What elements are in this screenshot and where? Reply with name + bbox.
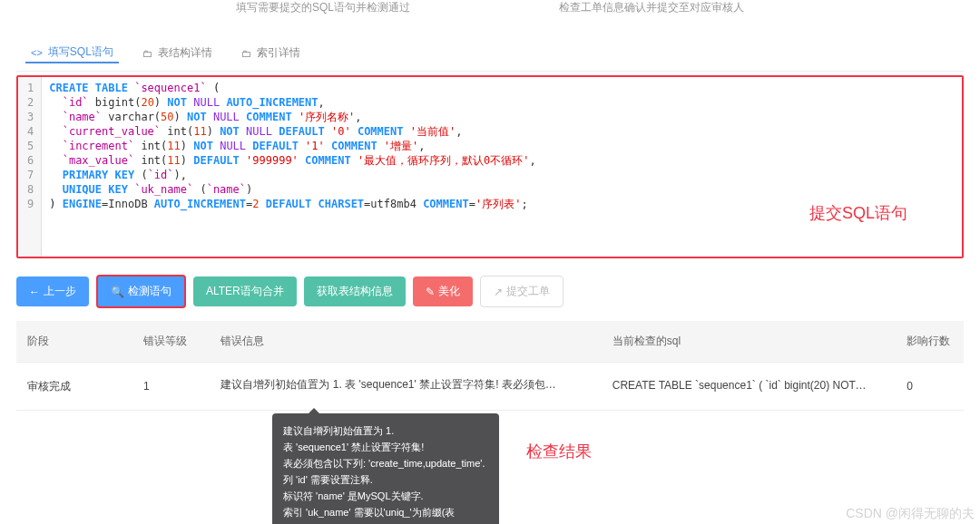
sql-editor-highlight: 123456789 CREATE TABLE `sequence1` ( `id… xyxy=(16,75,964,258)
alter-merge-button[interactable]: ALTER语句合并 xyxy=(193,277,297,306)
check-sql-button[interactable]: 🔍 检测语句 xyxy=(96,275,186,308)
annotation-submit-sql: 提交SQL语句 xyxy=(809,202,907,224)
th-stage: 阶段 xyxy=(16,321,132,363)
send-icon: ↗ xyxy=(494,286,503,298)
step-1: 填写需要提交的SQL语句并检测通过 xyxy=(236,0,410,15)
arrow-left-icon: ← xyxy=(29,286,40,298)
table-row[interactable]: 审核完成 1 建议自增列初始值置为 1. 表 'sequence1' 禁止设置字… xyxy=(16,363,964,411)
cell-level: 1 xyxy=(132,363,210,411)
tab-bar: <> 填写SQL语句 🗀 表结构详情 🗀 索引详情 xyxy=(16,35,964,72)
folder-icon: 🗀 xyxy=(142,48,152,59)
watermark: CSDN @闲得无聊的夫 xyxy=(846,506,975,522)
line-gutter: 123456789 xyxy=(18,77,42,257)
table-header-row: 阶段 错误等级 错误信息 当前检查的sql 影响行数 xyxy=(16,321,964,363)
tab-sql[interactable]: <> 填写SQL语句 xyxy=(25,43,119,63)
cell-rows: 0 xyxy=(896,363,964,411)
sql-editor[interactable]: 123456789 CREATE TABLE `sequence1` ( `id… xyxy=(18,77,962,257)
pencil-icon: ✎ xyxy=(426,286,435,298)
th-level: 错误等级 xyxy=(132,321,210,363)
cell-stage: 审核完成 xyxy=(16,363,132,411)
folder-icon: 🗀 xyxy=(241,48,251,59)
step-2: 检查工单信息确认并提交至对应审核人 xyxy=(559,0,744,15)
code-area[interactable]: CREATE TABLE `sequence1` ( `id` bigint(2… xyxy=(42,77,962,257)
tab-index-detail[interactable]: 🗀 索引详情 xyxy=(236,44,306,63)
result-table: 阶段 错误等级 错误信息 当前检查的sql 影响行数 审核完成 1 建议自增列初… xyxy=(16,321,964,411)
search-icon: 🔍 xyxy=(111,286,124,298)
prev-button[interactable]: ← 上一步 xyxy=(16,277,89,306)
beautify-button[interactable]: ✎ 美化 xyxy=(413,277,473,306)
error-tooltip: 建议自增列初始值置为 1. 表 'sequence1' 禁止设置字符集! 表必须… xyxy=(272,413,499,524)
fetch-structure-button[interactable]: 获取表结构信息 xyxy=(304,277,406,306)
code-icon: <> xyxy=(31,47,43,58)
th-rows: 影响行数 xyxy=(896,321,964,363)
th-msg: 错误信息 xyxy=(210,321,601,363)
cell-sql: CREATE TABLE `sequence1` ( `id` bigint(2… xyxy=(602,363,897,411)
annotation-check-result: 检查结果 xyxy=(526,441,592,462)
th-sql: 当前检查的sql xyxy=(602,321,897,363)
submit-ticket-button: ↗ 提交工单 xyxy=(480,276,564,307)
tab-table-structure[interactable]: 🗀 表结构详情 xyxy=(137,44,218,63)
action-buttons: ← 上一步 🔍 检测语句 ALTER语句合并 获取表结构信息 ✎ 美化 ↗ 提交… xyxy=(16,258,964,321)
cell-msg: 建议自增列初始值置为 1. 表 'sequence1' 禁止设置字符集! 表必须… xyxy=(210,363,601,411)
